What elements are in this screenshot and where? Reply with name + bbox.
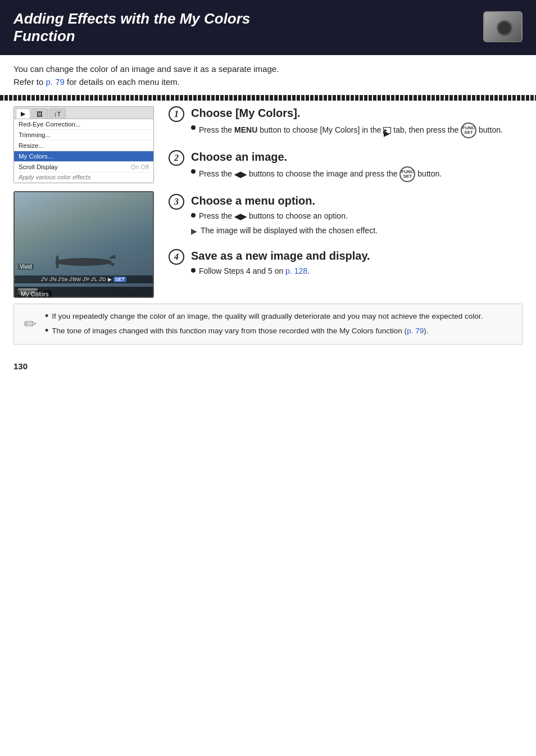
step-1: 1 Choose [My Colors]. Press the MENU but…: [169, 106, 523, 140]
bullet-circle-icon: [191, 125, 196, 130]
notes-section: ✏ • If you repeatedly change the color o…: [13, 304, 523, 345]
step-number-2: 2: [169, 150, 185, 167]
step-1-body: Press the MENU button to choose [My Colo…: [191, 123, 523, 138]
camera-screen: Vivid ᔑV ᔑN ᔑSe ᔑBW ᔑP ᔑL ᔑD ▶ SET My Co…: [13, 191, 154, 298]
settings-icon: ↕T: [54, 111, 61, 117]
play-icon: ▶: [21, 110, 25, 117]
step-2-bullet-text: Press the ◀▶ buttons to choose the image…: [199, 166, 442, 182]
menu-item-mycolors: My Colors...: [14, 151, 153, 162]
menu-item-footer: Apply various color effects: [14, 173, 153, 183]
func-set-button-icon: FUNCSET: [461, 123, 476, 138]
menu-item-scroll: Scroll DisplayOn Off: [14, 162, 153, 173]
step-3-content: Choose a menu option. Press the ◀▶ butto…: [191, 194, 523, 239]
step-3-bullet-text-2: The image will be displayed with the cho…: [201, 225, 378, 237]
vivid-label: Vivid: [18, 264, 34, 270]
arrow-buttons-icon: ◀▶: [234, 169, 247, 181]
step-3-bullet-1: Press the ◀▶ buttons to choose an option…: [191, 210, 523, 223]
intro-text1: You can change the color of an image and…: [13, 64, 279, 74]
step-number-4: 4: [169, 249, 185, 266]
svg-marker-2: [108, 255, 116, 259]
intro-section: You can change the color of an image and…: [0, 55, 536, 92]
step-1-bullet-text: Press the MENU button to choose [My Colo…: [199, 123, 503, 138]
menu-items-list: Red-Eye Correction... Trimming... Resize…: [14, 119, 153, 183]
step-2-bullet-1: Press the ◀▶ buttons to choose the image…: [191, 166, 523, 182]
step-3-body: Press the ◀▶ buttons to choose an option…: [191, 210, 523, 237]
step-4-bullet-text: Follow Steps 4 and 5 on p. 128.: [199, 265, 310, 278]
note-1: • If you repeatedly change the color of …: [45, 311, 513, 323]
bullet-circle-icon: [191, 213, 196, 218]
svg-marker-3: [108, 263, 115, 266]
note-dot-2: •: [45, 325, 48, 337]
step-2: 2 Choose an image. Press the ◀▶ buttons …: [169, 150, 523, 184]
note-2: • The tone of images changed with this f…: [45, 325, 513, 337]
intro-text3: for details on each menu item.: [65, 77, 180, 87]
intro-link1[interactable]: p. 79: [46, 77, 65, 87]
left-column: ▶ 🖼 ↕T Red-Eye Correction... Trimming...…: [0, 106, 163, 298]
menu-tab-play: ▶: [16, 108, 30, 119]
step-4-title: Save as a new image and display.: [191, 249, 523, 262]
step-4-bullet-1: Follow Steps 4 and 5 on p. 128.: [191, 265, 523, 278]
menu-tab-image: 🖼: [31, 108, 48, 119]
intro-text2: Refer to: [13, 77, 46, 87]
step-1-bullet-1: Press the MENU button to choose [My Colo…: [191, 123, 523, 138]
step-4-content: Save as a new image and display. Follow …: [191, 249, 523, 279]
pencil-icon: ✏: [24, 312, 37, 336]
step-2-title: Choose an image.: [191, 150, 523, 164]
bullet-circle-icon: [191, 169, 196, 174]
notes-icon: ✏: [21, 313, 39, 336]
step-number-3: 3: [169, 194, 185, 211]
step-4: 4 Save as a new image and display. Follo…: [169, 249, 523, 279]
menu-item-trimming: Trimming...: [14, 130, 153, 141]
menu-tabs: ▶ 🖼 ↕T: [14, 107, 153, 119]
note-link[interactable]: p. 79: [407, 327, 424, 335]
right-column: 1 Choose [My Colors]. Press the MENU but…: [163, 106, 536, 298]
note-text-1: If you repeatedly change the color of an…: [52, 311, 483, 323]
camera-screen-icons-bar: ᔑV ᔑN ᔑSe ᔑBW ᔑP ᔑL ᔑD ▶ SET: [15, 275, 153, 283]
image-icon: 🖼: [37, 111, 43, 117]
step-3-bullet-2: ▶ The image will be displayed with the c…: [191, 225, 523, 238]
step-2-content: Choose an image. Press the ◀▶ buttons to…: [191, 150, 523, 184]
stripe-divider: [0, 95, 536, 101]
camera-screen-label-text: My Colors: [18, 290, 52, 298]
menu-item-resize: Resize...: [14, 141, 153, 151]
main-content: ▶ 🖼 ↕T Red-Eye Correction... Trimming...…: [0, 101, 536, 298]
step4-link[interactable]: p. 128: [285, 266, 307, 275]
plane-silhouette: [47, 246, 120, 274]
header-camera-icon: [483, 11, 523, 42]
note-dot-1: •: [45, 311, 48, 322]
step-1-content: Choose [My Colors]. Press the MENU butto…: [191, 106, 523, 140]
menu-screenshot: ▶ 🖼 ↕T Red-Eye Correction... Trimming...…: [13, 106, 154, 183]
arrow-buttons-icon-2: ◀▶: [234, 211, 247, 223]
svg-point-4: [56, 255, 59, 269]
step-1-title: Choose [My Colors].: [191, 106, 523, 120]
page-number: 130: [0, 356, 536, 377]
page-header: Adding Effects with the My Colors Functi…: [0, 0, 536, 55]
step-number-1: 1: [169, 106, 185, 123]
func-set-button-icon-2: FUNCSET: [399, 166, 415, 182]
camera-image: [484, 12, 521, 42]
camera-screen-bottom-bar: My Colors MENU ↩: [15, 287, 153, 297]
menu-tab-settings: ↕T: [49, 108, 66, 119]
note-text-2: The tone of images changed with this fun…: [52, 325, 428, 337]
page-title: Adding Effects with the My Colors Functi…: [13, 10, 250, 45]
step-4-body: Follow Steps 4 and 5 on p. 128.: [191, 265, 523, 278]
step-3-bullet-text-1: Press the ◀▶ buttons to choose an option…: [199, 210, 348, 223]
step-2-body: Press the ◀▶ buttons to choose the image…: [191, 166, 523, 182]
step-3-title: Choose a menu option.: [191, 194, 523, 207]
arrow-icon: ▶: [191, 225, 197, 238]
step-3: 3 Choose a menu option. Press the ◀▶ but…: [169, 194, 523, 239]
play-tab-icon: ▶: [383, 127, 391, 134]
bullet-circle-icon: [191, 268, 196, 273]
menu-item-redeye: Red-Eye Correction...: [14, 119, 153, 130]
